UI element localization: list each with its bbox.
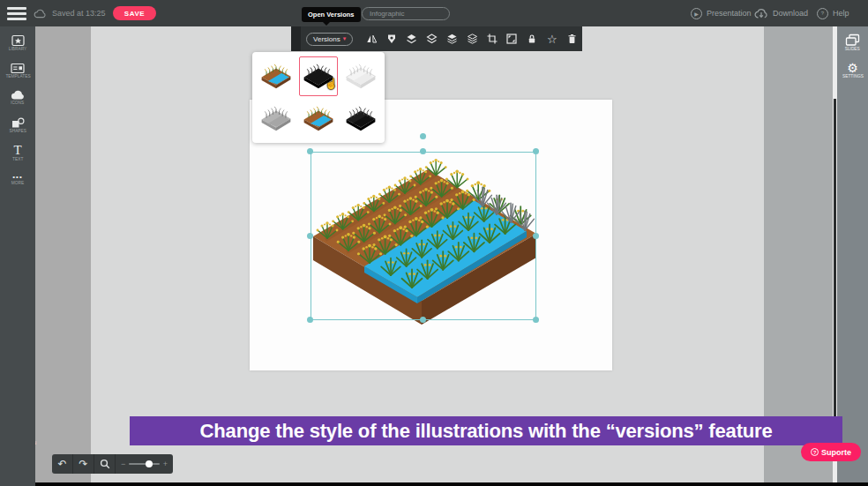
more-icon: ••• bbox=[12, 174, 22, 181]
versions-panel bbox=[252, 52, 385, 143]
zoom-slider-handle[interactable] bbox=[146, 460, 153, 467]
sidebar-item-library[interactable]: LIBRARY bbox=[0, 31, 35, 58]
version-thumbnail-gray[interactable] bbox=[257, 99, 296, 138]
send-to-back-icon[interactable] bbox=[462, 26, 483, 51]
sidebar-item-text[interactable]: T TEXT bbox=[0, 140, 35, 168]
play-icon: ▶ bbox=[691, 8, 702, 19]
crop-icon[interactable] bbox=[482, 26, 502, 51]
sidebar-item-shapes[interactable]: SHAPES bbox=[0, 113, 35, 140]
canvas-left-band bbox=[35, 26, 91, 486]
question-icon: ? bbox=[811, 448, 819, 456]
open-versions-tooltip: Open Versions bbox=[302, 7, 361, 22]
toolbar-side-tab: VERSIONS bbox=[291, 26, 301, 51]
zoom-slider: − + bbox=[116, 460, 173, 468]
cursor-hand-icon: ☝ bbox=[325, 78, 338, 90]
send-backward-icon[interactable] bbox=[422, 26, 442, 51]
magnifier-icon bbox=[100, 459, 110, 469]
selection-handle-sw[interactable] bbox=[307, 317, 313, 323]
library-icon bbox=[11, 34, 25, 47]
sidebar-item-templates[interactable]: TEMPLATES bbox=[0, 58, 35, 86]
cloud-icon bbox=[11, 90, 26, 101]
save-status: Saved at 13:25 bbox=[34, 0, 106, 26]
help-button[interactable]: ? Help bbox=[817, 0, 849, 26]
version-thumbnail-outline[interactable] bbox=[340, 56, 380, 96]
redo-button[interactable]: ↷ bbox=[73, 454, 94, 474]
flip-icon[interactable] bbox=[362, 26, 382, 51]
gear-icon: ⚙ bbox=[847, 62, 858, 74]
version-thumbnail-full-color[interactable] bbox=[257, 56, 296, 96]
left-sidebar: LIBRARY TEMPLATES ICONS SHAPES bbox=[0, 26, 35, 486]
templates-icon bbox=[11, 63, 25, 74]
star-icon[interactable]: ☆ bbox=[542, 26, 563, 51]
selection-rotate-handle[interactable] bbox=[420, 133, 426, 139]
selection-handle-ne[interactable] bbox=[533, 148, 539, 154]
cloud-icon bbox=[34, 9, 47, 19]
selection-handle-w[interactable] bbox=[307, 233, 313, 239]
selection-handle-s[interactable] bbox=[420, 317, 426, 323]
download-cloud-icon bbox=[754, 8, 768, 19]
selection-handle-e[interactable] bbox=[533, 233, 539, 239]
zoom-search-button[interactable] bbox=[94, 454, 116, 474]
zoom-out-button[interactable]: − bbox=[121, 460, 125, 468]
bring-forward-icon[interactable] bbox=[402, 26, 423, 51]
download-button[interactable]: Download bbox=[754, 0, 808, 26]
shapes-icon bbox=[11, 117, 25, 129]
color-icon[interactable] bbox=[382, 26, 402, 51]
versions-dropdown[interactable]: Versions ▾ bbox=[306, 33, 353, 46]
support-button[interactable]: ? Suporte bbox=[801, 443, 861, 461]
undo-icon: ↶ bbox=[57, 458, 66, 470]
redo-icon: ↷ bbox=[79, 458, 87, 470]
version-thumbnail-dark[interactable] bbox=[340, 99, 380, 138]
version-thumbnail-black[interactable] bbox=[299, 56, 339, 96]
chevron-down-icon: ▾ bbox=[343, 35, 347, 42]
selection-outline bbox=[311, 152, 536, 320]
presentation-button[interactable]: ▶ Presentation bbox=[691, 0, 752, 26]
saved-status-text: Saved at 13:25 bbox=[52, 9, 106, 18]
question-icon: ? bbox=[817, 8, 828, 19]
canvas-scrollbar-thumb[interactable] bbox=[834, 99, 836, 432]
version-thumbnail-full-color-alt[interactable] bbox=[299, 99, 339, 138]
zoom-slider-track[interactable] bbox=[129, 463, 159, 465]
selection-handle-se[interactable] bbox=[533, 317, 539, 323]
letterbox-strip bbox=[35, 482, 868, 486]
document-title-input[interactable] bbox=[362, 7, 450, 20]
object-toolbar: VERSIONS Versions ▾ bbox=[291, 26, 582, 51]
undo-button[interactable]: ↶ bbox=[52, 454, 73, 474]
zoom-toolbar: ↶ ↷ − + bbox=[52, 454, 173, 474]
trash-icon[interactable] bbox=[562, 26, 582, 51]
lock-icon[interactable] bbox=[522, 26, 542, 51]
resize-icon[interactable] bbox=[502, 26, 522, 51]
save-button[interactable]: SAVE bbox=[113, 6, 156, 20]
zoom-in-button[interactable]: + bbox=[163, 460, 168, 468]
app-window: VERSIONS Versions ▾ bbox=[0, 0, 868, 486]
selection-handle-n[interactable] bbox=[420, 148, 426, 154]
sidebar-item-icons[interactable]: ICONS bbox=[0, 86, 35, 113]
video-caption: Change the style of the illustrations wi… bbox=[130, 416, 842, 445]
sidebar-item-slides[interactable]: SLIDES bbox=[840, 34, 864, 55]
sidebar-item-more[interactable]: ••• MORE bbox=[0, 168, 35, 195]
top-bar: Saved at 13:25 SAVE ▶ Presentation Downl… bbox=[0, 0, 868, 26]
selection-handle-nw[interactable] bbox=[307, 148, 313, 154]
menu-icon[interactable] bbox=[7, 7, 26, 20]
bring-to-front-icon[interactable] bbox=[442, 26, 462, 51]
slides-icon bbox=[845, 34, 860, 47]
text-icon: T bbox=[13, 144, 21, 157]
sidebar-item-settings[interactable]: ⚙ SETTINGS bbox=[835, 62, 868, 82]
